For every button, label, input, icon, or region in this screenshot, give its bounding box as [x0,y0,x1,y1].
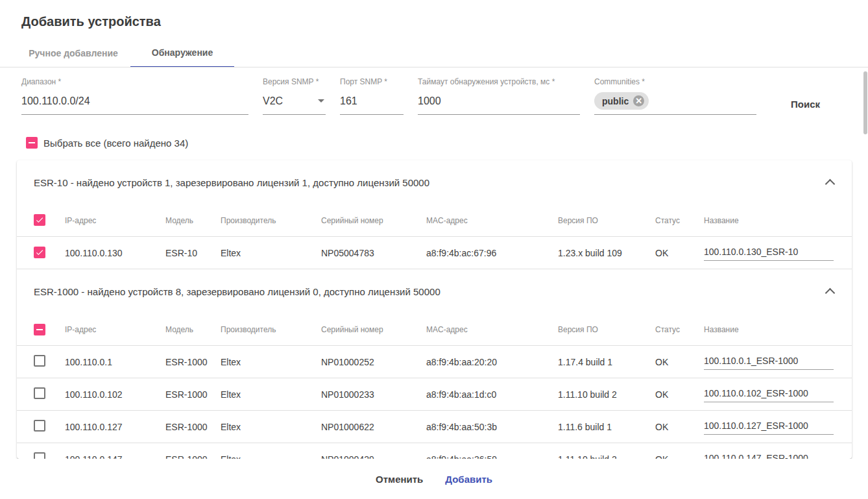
device-name-input[interactable] [704,419,834,435]
timeout-field: Таймаут обнаружения устройств, мс * [418,77,580,115]
table-row: 100.110.0.102ESR-1000EltexNP01000233a8:f… [17,378,852,411]
cell-status: OK [655,346,704,378]
column-header: MAC-адрес [426,204,558,237]
cell-vendor: Eltex [221,237,321,269]
column-header: Версия ПО [558,313,655,346]
checkbox-indeterminate[interactable] [34,324,45,335]
communities-field: Communities * public ✕ [594,77,756,115]
cell-fw: 1.11.10 build 2 [558,378,655,411]
select-all-row: Выбрать все (всего найдено 34) [26,137,188,149]
column-header: Серийный номер [321,313,426,346]
device-group: ESR-10 - найдено устройств 1, зарезервир… [17,160,852,269]
cell-mac: a8:f9:4b:aa:1d:c0 [426,378,558,411]
cell-mac: a8:f9:4b:ac:67:96 [426,237,558,269]
device-name-input[interactable] [704,354,834,370]
column-header: Версия ПО [558,204,655,237]
table-row: 100.110.0.1ESR-1000EltexNP01000252a8:f9:… [17,346,852,378]
vertical-scrollbar[interactable] [863,71,867,134]
checkbox-checked[interactable] [34,247,45,258]
chevron-up-icon[interactable] [825,179,836,189]
device-name-input[interactable] [704,245,834,261]
cell-fw: 1.23.x build 109 [558,237,655,269]
devices-table: IP-адресМодельПроизводительСерийный номе… [17,204,852,269]
cell-model: ESR-1000 [165,346,221,378]
group-title: ESR-1000 - найдено устройств 8, зарезерв… [34,286,440,297]
communities-input[interactable]: public ✕ [594,88,756,115]
timeout-label: Таймаут обнаружения устройств, мс * [418,77,580,88]
snmp-version-select[interactable]: V2C [263,88,326,115]
range-field: Диапазон * [21,77,248,115]
cell-vendor: Eltex [221,346,321,378]
table-header-row: IP-адресМодельПроизводительСерийный номе… [17,204,852,237]
cell-ip: 100.110.0.147 [65,443,165,459]
checkbox-unchecked[interactable] [34,387,45,399]
search-button[interactable]: Поиск [786,95,825,114]
cell-model: ESR-1000 [165,443,221,459]
tab-discovery-label: Обнаружение [152,47,213,58]
column-header: Модель [165,313,221,346]
snmp-version-label: Версия SNMP * [263,77,326,88]
device-name-input[interactable] [704,452,834,459]
column-header: IP-адрес [65,204,165,237]
add-devices-dialog: Добавить устройства Ручное добавление Об… [0,0,868,499]
cell-model: ESR-10 [165,237,221,269]
tabs-divider [0,67,868,67]
cell-vendor: Eltex [221,378,321,411]
tab-manual-add-label: Ручное добавление [29,48,118,58]
checkbox-unchecked[interactable] [34,452,45,459]
select-all-label: Выбрать все (всего найдено 34) [43,138,188,149]
community-chip: public ✕ [594,92,649,110]
cell-mac: a8:f9:4b:aa:20:20 [426,346,558,378]
snmp-version-value: V2C [263,95,283,107]
checkbox-unchecked[interactable] [34,355,45,367]
cell-mac: a8:f9:4b:aa:50:3b [426,411,558,443]
cell-model: ESR-1000 [165,378,221,411]
cell-serial: NP01000233 [321,378,426,411]
cell-fw: 1.17.4 build 1 [558,346,655,378]
chevron-up-icon[interactable] [825,288,836,298]
discovery-form: Диапазон * Версия SNMP * V2C Порт SNMP *… [21,77,825,115]
column-header: Статус [655,204,704,237]
chip-remove-icon[interactable]: ✕ [633,95,644,106]
cell-status: OK [655,378,704,411]
dropdown-arrow-icon [318,99,324,103]
group-title: ESR-10 - найдено устройств 1, зарезервир… [34,177,429,188]
column-header: Производитель [221,313,321,346]
table-row: 100.110.0.127ESR-1000EltexNP01000622a8:f… [17,411,852,443]
cell-model: ESR-1000 [165,411,221,443]
add-button[interactable]: Добавить [439,469,499,490]
table-row: 100.110.0.147ESR-1000EltexNP01000429a8:f… [17,443,852,459]
timeout-input[interactable] [418,88,580,115]
cell-status: OK [655,237,704,269]
cell-mac: a8:f9:4b:aa:36:59 [426,443,558,459]
tab-manual-add[interactable]: Ручное добавление [21,39,125,67]
snmp-port-input[interactable] [340,88,404,115]
checkbox-indeterminate[interactable] [26,137,38,149]
devices-table: IP-адресМодельПроизводительСерийный номе… [17,313,852,459]
cell-name [704,443,852,459]
cell-serial: NP05004783 [321,237,426,269]
group-header[interactable]: ESR-1000 - найдено устройств 8, зарезерв… [17,269,852,313]
table-header-row: IP-адресМодельПроизводительСерийный номе… [17,313,852,346]
cell-name [704,411,852,443]
cell-serial: NP01000429 [321,443,426,459]
device-name-input[interactable] [704,387,834,402]
cell-name [704,346,852,378]
cell-serial: NP01000252 [321,346,426,378]
cell-status: OK [655,443,704,459]
cancel-button[interactable]: Отменить [369,469,429,490]
range-input[interactable] [21,88,248,115]
cell-vendor: Eltex [221,411,321,443]
column-header: Название [704,313,852,346]
column-header: Статус [655,313,704,346]
cell-serial: NP01000622 [321,411,426,443]
group-header[interactable]: ESR-10 - найдено устройств 1, зарезервир… [17,160,852,204]
tab-discovery[interactable]: Обнаружение [130,39,234,67]
checkbox-checked[interactable] [34,214,45,226]
snmp-port-label: Порт SNMP * [340,77,404,88]
checkbox-unchecked[interactable] [34,420,45,432]
cell-ip: 100.110.0.130 [65,237,165,269]
column-header: MAC-адрес [426,313,558,346]
cell-fw: 1.11.6 build 1 [558,411,655,443]
column-header: Серийный номер [321,204,426,237]
